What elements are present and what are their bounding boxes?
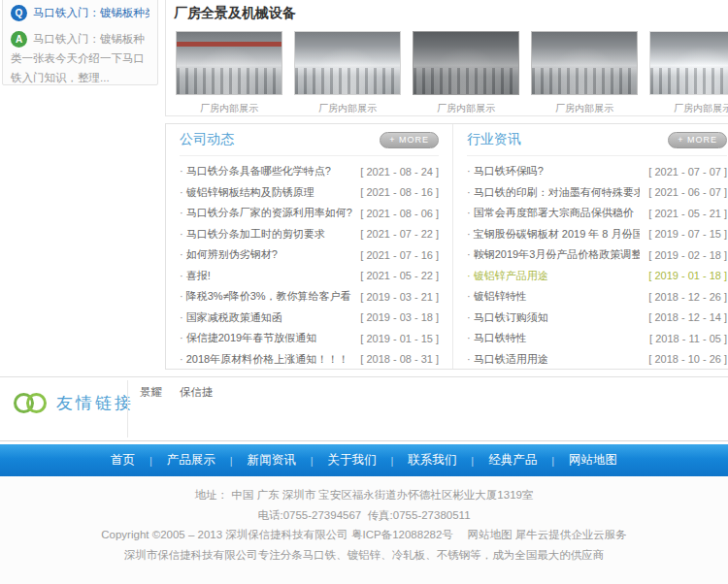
- factory-photo[interactable]: [413, 31, 519, 95]
- news-row[interactable]: 如何辨别伪劣钢材?[ 2021 - 07 - 16 ]: [180, 244, 439, 266]
- news-item-date: [ 2021 - 07 - 22 ]: [360, 228, 439, 240]
- news-item-date: [ 2021 - 06 - 07 ]: [648, 186, 727, 198]
- news-item-title[interactable]: 喜报!: [180, 269, 211, 283]
- friendly-links-section: 友情链接 景耀 保信捷: [0, 376, 728, 441]
- friendly-link[interactable]: 景耀: [140, 385, 162, 400]
- question-badge-icon: Q: [11, 5, 27, 21]
- news-item-date: [ 2021 - 05 - 22 ]: [360, 270, 439, 281]
- news-row[interactable]: 马口铁环保吗?[ 2021 - 07 - 07 ]: [467, 161, 727, 182]
- news-row[interactable]: 降税3%≠降价3%，教你算给客户看[ 2019 - 03 - 21 ]: [180, 286, 439, 308]
- links-divider: [127, 380, 128, 438]
- news-item-date: [ 2018 - 12 - 26 ]: [648, 291, 727, 303]
- gallery-item: 厂房内部展示: [413, 31, 519, 115]
- news-list-industry: 马口铁环保吗?[ 2021 - 07 - 07 ] 马口铁的印刷：对油墨有何特殊…: [467, 156, 727, 370]
- news-section: 公司动态 + MORE 马口铁分条具备哪些化学特点?[ 2021 - 08 - …: [165, 123, 728, 370]
- news-item-title[interactable]: 国常会再度部署大宗商品保供稳价: [467, 206, 634, 220]
- news-item-title[interactable]: 镀铝锌钢板结构及防锈原理: [180, 185, 314, 200]
- news-item-title[interactable]: 保信捷2019年春节放假通知: [180, 331, 316, 345]
- footer-phone-fax: 电话:0755-27394567 传真:0755-27380511: [0, 505, 728, 526]
- more-button-industry[interactable]: + MORE: [668, 132, 727, 148]
- news-item-title[interactable]: 马口铁特性: [467, 331, 527, 345]
- thumb-caption: 厂房内部展示: [294, 102, 401, 115]
- factory-photo[interactable]: [294, 31, 401, 95]
- news-item-date: [ 2019 - 03 - 18 ]: [360, 311, 439, 323]
- news-title-industry: 行业资讯: [467, 131, 521, 148]
- news-item-date: [ 2021 - 08 - 24 ]: [360, 166, 439, 178]
- news-row[interactable]: 马口铁订购须知[ 2018 - 12 - 14 ]: [467, 308, 727, 329]
- factory-photo[interactable]: [531, 31, 638, 95]
- news-row[interactable]: 宝钢股份碳钢板材 2019 年 8 月份国...[ 2019 - 07 - 15…: [467, 224, 727, 245]
- gallery-thumb-row: 厂房内部展示 厂房内部展示 厂房内部展示 厂房内部展示 厂房内部展示: [176, 31, 728, 115]
- news-item-date: [ 2019 - 01 - 18 ]: [648, 270, 727, 281]
- nav-item-products[interactable]: 产品展示: [152, 452, 230, 469]
- qa-question-row[interactable]: Q 马口铁入门：镀锡板种类...: [11, 5, 149, 21]
- news-item-title[interactable]: 镀铝锌特性: [467, 289, 527, 304]
- news-row[interactable]: 喜报![ 2021 - 05 - 22 ]: [180, 266, 439, 287]
- news-row[interactable]: 鞍钢2019年3月份产品价格政策调整...[ 2019 - 02 - 18 ]: [467, 244, 727, 266]
- news-row[interactable]: 国家减税政策通知函[ 2019 - 03 - 18 ]: [180, 308, 439, 329]
- qa-answer-text[interactable]: 马口铁入门：镀锡板种类一张表今天介绍一下马口铁入门知识，整理...: [11, 33, 145, 83]
- news-row-highlighted[interactable]: 镀铝锌产品用途[ 2019 - 01 - 18 ]: [467, 266, 727, 287]
- nav-item-classic-products[interactable]: 经典产品: [474, 452, 551, 469]
- news-item-title[interactable]: 鞍钢2019年3月份产品价格政策调整...: [467, 247, 640, 262]
- friendly-link[interactable]: 保信捷: [180, 385, 214, 400]
- news-item-date: [ 2019 - 03 - 21 ]: [360, 291, 439, 303]
- more-button-company[interactable]: + MORE: [380, 132, 439, 148]
- qa-question-text[interactable]: 马口铁入门：镀锡板种类...: [33, 6, 149, 20]
- news-item-title[interactable]: 马口铁的印刷：对油墨有何特殊要求: [467, 185, 640, 200]
- news-item-date: [ 2019 - 01 - 15 ]: [360, 333, 439, 344]
- news-item-title[interactable]: 马口铁分条具备哪些化学特点?: [180, 164, 331, 178]
- news-header: 公司动态 + MORE: [180, 124, 439, 156]
- news-item-title[interactable]: 马口铁分条加工时的剪切要求: [180, 227, 325, 242]
- news-item-title[interactable]: 镀铝锌产品用途: [467, 269, 548, 283]
- news-item-date: [ 2018 - 10 - 26 ]: [648, 353, 727, 365]
- thumb-caption: 厂房内部展示: [649, 102, 728, 115]
- factory-photo[interactable]: [649, 31, 728, 95]
- news-row[interactable]: 马口铁适用用途[ 2018 - 10 - 26 ]: [467, 349, 727, 371]
- thumb-caption: 厂房内部展示: [176, 102, 282, 115]
- nav-item-home[interactable]: 首页: [96, 452, 149, 469]
- nav-item-about[interactable]: 关于我们: [314, 452, 391, 469]
- news-item-title[interactable]: 马口铁适用用途: [467, 352, 548, 367]
- news-item-date: [ 2021 - 07 - 07 ]: [648, 166, 727, 178]
- news-item-date: [ 2021 - 08 - 16 ]: [360, 186, 439, 198]
- news-row[interactable]: 马口铁分条具备哪些化学特点?[ 2021 - 08 - 24 ]: [180, 161, 439, 182]
- news-item-title[interactable]: 马口铁分条厂家的资源利用率如何?: [180, 206, 352, 220]
- nav-item-sitemap[interactable]: 网站地图: [554, 452, 632, 469]
- news-item-date: [ 2021 - 05 - 21 ]: [648, 208, 727, 219]
- news-row[interactable]: 国常会再度部署大宗商品保供稳价[ 2021 - 05 - 21 ]: [467, 203, 727, 224]
- news-item-date: [ 2021 - 07 - 16 ]: [360, 249, 439, 261]
- friendly-links-title: 友情链接: [56, 392, 134, 414]
- news-item-date: [ 2021 - 08 - 06 ]: [360, 208, 439, 219]
- footer: 地址： 中国 广东 深圳市 宝安区福永街道办怀德社区彬业大厦1319室 电话:0…: [0, 476, 728, 584]
- news-row[interactable]: 2018年原材料价格上涨通知！！！[ 2018 - 08 - 31 ]: [180, 349, 439, 371]
- news-item-date: [ 2018 - 08 - 31 ]: [360, 353, 439, 365]
- news-row[interactable]: 保信捷2019年春节放假通知[ 2019 - 01 - 15 ]: [180, 328, 439, 349]
- nav-item-contact[interactable]: 联系我们: [393, 452, 471, 469]
- news-item-title[interactable]: 宝钢股份碳钢板材 2019 年 8 月份国...: [467, 227, 640, 242]
- news-row[interactable]: 镀铝锌特性[ 2018 - 12 - 26 ]: [467, 286, 727, 308]
- news-item-title[interactable]: 国家减税政策通知函: [180, 310, 282, 325]
- news-item-title[interactable]: 2018年原材料价格上涨通知！！！: [180, 352, 348, 367]
- news-panel-company: 公司动态 + MORE 马口铁分条具备哪些化学特点?[ 2021 - 08 - …: [166, 124, 453, 369]
- footer-address: 地址： 中国 广东 深圳市 宝安区福永街道办怀德社区彬业大厦1319室: [0, 485, 728, 505]
- news-item-title[interactable]: 如何辨别伪劣钢材?: [180, 247, 278, 262]
- news-item-title[interactable]: 降税3%≠降价3%，教你算给客户看: [180, 289, 351, 304]
- gallery-item: 厂房内部展示: [531, 31, 638, 115]
- news-item-title[interactable]: 马口铁订购须知: [467, 310, 548, 325]
- news-row[interactable]: 马口铁的印刷：对油墨有何特殊要求[ 2021 - 06 - 07 ]: [467, 182, 727, 204]
- news-row[interactable]: 镀铝锌钢板结构及防锈原理[ 2021 - 08 - 16 ]: [180, 182, 439, 204]
- news-row[interactable]: 马口铁特性[ 2018 - 11 - 05 ]: [467, 328, 727, 349]
- bottom-nav-bar: 首页| 产品展示| 新闻资讯| 关于我们| 联系我们| 经典产品| 网站地图: [0, 444, 728, 476]
- chain-link-icon: [14, 393, 47, 413]
- factory-photo[interactable]: [176, 31, 282, 95]
- nav-item-news[interactable]: 新闻资讯: [233, 452, 311, 469]
- qa-widget: Q 马口铁入门：镀锡板种类... A马口铁入门：镀锡板种类一张表今天介绍一下马口…: [2, 0, 158, 85]
- news-item-date: [ 2018 - 11 - 05 ]: [649, 333, 727, 344]
- news-row[interactable]: 马口铁分条厂家的资源利用率如何?[ 2021 - 08 - 06 ]: [180, 203, 439, 224]
- news-item-date: [ 2018 - 12 - 14 ]: [648, 311, 727, 323]
- news-item-title[interactable]: 马口铁环保吗?: [467, 164, 544, 178]
- friendly-links-list: 景耀 保信捷: [140, 385, 214, 400]
- news-row[interactable]: 马口铁分条加工时的剪切要求[ 2021 - 07 - 22 ]: [180, 224, 439, 245]
- qa-answer-row[interactable]: A马口铁入门：镀锡板种类一张表今天介绍一下马口铁入门知识，整理...: [11, 29, 149, 85]
